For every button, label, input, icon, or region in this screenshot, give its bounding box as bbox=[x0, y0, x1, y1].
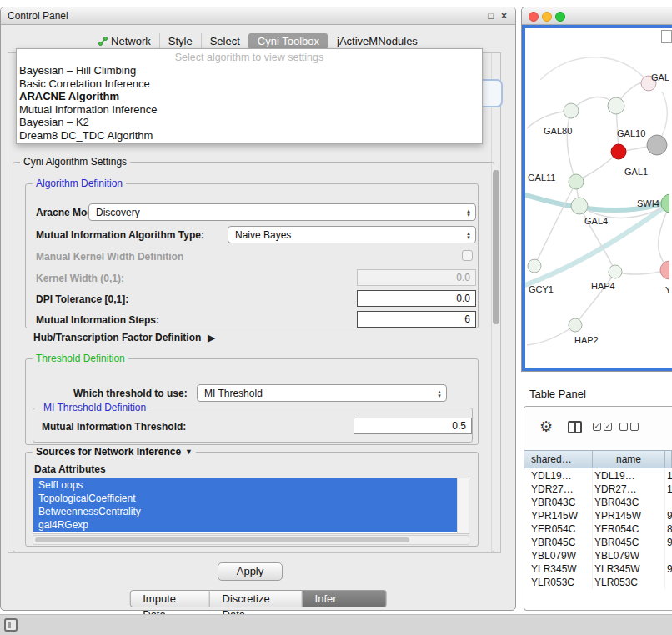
table-row[interactable]: YBL079WYBL079W bbox=[524, 549, 672, 562]
data-attributes-label: Data Attributes bbox=[34, 463, 106, 475]
dpi-tolerance-field[interactable]: 0.0 bbox=[357, 290, 476, 307]
minimize-traffic-button[interactable] bbox=[542, 12, 552, 22]
group-title: Threshold Definition bbox=[33, 352, 128, 364]
network-node[interactable] bbox=[647, 135, 667, 155]
table-cell: YDR27… bbox=[593, 482, 665, 496]
table-cell: 9. bbox=[665, 509, 672, 522]
which-threshold-select[interactable]: MI Threshold ▴▾ bbox=[197, 384, 447, 402]
network-node[interactable] bbox=[611, 144, 626, 159]
network-edge[interactable] bbox=[534, 182, 576, 266]
table-row[interactable]: YLR053CYLR053C bbox=[524, 576, 672, 589]
network-edge[interactable] bbox=[527, 325, 575, 345]
data-attributes-list[interactable]: SelfLoops TopologicalCoefficient Between… bbox=[33, 478, 469, 534]
list-scrollbar[interactable] bbox=[457, 478, 469, 533]
list-item-topologicalcoefficient[interactable]: TopologicalCoefficient bbox=[33, 492, 457, 505]
sources-toggle[interactable]: Sources for Network Inference ▼ bbox=[33, 446, 196, 458]
table-row[interactable]: YPR145WYPR145W9. bbox=[524, 509, 672, 522]
list-item-gal4rgexp[interactable]: gal4RGexp bbox=[33, 518, 457, 532]
hub-definition-toggle[interactable]: Hub/Transcription Factor Definition ▶ bbox=[33, 332, 215, 343]
list-item-betweennesscentrality[interactable]: BetweennessCentrality bbox=[33, 505, 457, 518]
network-node[interactable] bbox=[569, 174, 584, 189]
network-edge[interactable] bbox=[659, 203, 669, 270]
network-node[interactable] bbox=[660, 261, 669, 279]
network-window: GAL80GAL10GALGAL1GAL11SWI4GAL4GCY1HAP4HA… bbox=[521, 7, 672, 372]
scrollbar-thumb[interactable] bbox=[35, 538, 409, 542]
network-edge[interactable] bbox=[540, 58, 649, 83]
hub-definition-label: Hub/Transcription Factor Definition bbox=[33, 332, 201, 343]
tab-network[interactable]: Network bbox=[90, 33, 159, 49]
menu-item-basic-correlation[interactable]: Basic Correlation Inference bbox=[17, 78, 482, 91]
control-panel-window: Control Panel □ × Network Style Select C… bbox=[0, 7, 516, 611]
table-row[interactable]: YDR27…YDR27…12 bbox=[524, 482, 672, 496]
menu-item-mutual-information[interactable]: Mutual Information Inference bbox=[17, 103, 482, 117]
cyni-algorithm-settings-group: Cyni Algorithm Settings Algorithm Defini… bbox=[13, 162, 494, 552]
network-node[interactable] bbox=[571, 198, 588, 214]
table-row[interactable]: YLR345WYLR345W9. bbox=[524, 562, 672, 576]
network-node-label: GAL4 bbox=[584, 216, 608, 226]
select-all-icon[interactable]: ✓ ✓ bbox=[593, 422, 612, 431]
tab-impute-data[interactable]: Impute Data bbox=[129, 590, 209, 608]
panel-toggle-icon[interactable] bbox=[4, 618, 18, 632]
network-node[interactable] bbox=[608, 98, 624, 114]
network-node-label: HAP2 bbox=[574, 335, 599, 345]
network-edge[interactable] bbox=[567, 111, 576, 182]
table-row[interactable]: YBR043CYBR043C bbox=[524, 496, 672, 509]
table-cell bbox=[665, 549, 672, 562]
group-title: Algorithm Definition bbox=[33, 178, 126, 189]
network-node[interactable] bbox=[569, 318, 582, 332]
window-title: Control Panel bbox=[8, 8, 68, 25]
column-header-shared-name[interactable]: shared… bbox=[524, 451, 593, 468]
network-edge[interactable] bbox=[575, 272, 615, 325]
list-item-selfloops[interactable]: SelfLoops bbox=[33, 478, 457, 492]
expand-arrow-icon[interactable]: ▶ bbox=[208, 332, 214, 343]
aracne-mode-select[interactable]: Discovery ▴▾ bbox=[88, 203, 476, 221]
tab-select[interactable]: Select bbox=[201, 33, 248, 49]
zoom-traffic-button[interactable] bbox=[555, 12, 565, 22]
algorithm-dropdown-menu: Select algorithm to view settings Bayesi… bbox=[16, 48, 483, 144]
network-viewport[interactable]: GAL80GAL10GALGAL1GAL11SWI4GAL4GCY1HAP4HA… bbox=[522, 25, 672, 371]
kernel-width-label: Kernel Width (0,1): bbox=[36, 272, 124, 284]
combo-stepper-icon: ▴▾ bbox=[464, 231, 475, 239]
table-row[interactable]: YER054CYER054C8. bbox=[524, 522, 672, 536]
network-node-label: GCY1 bbox=[529, 284, 554, 294]
network-titlebar[interactable] bbox=[522, 8, 672, 25]
network-node[interactable] bbox=[609, 265, 622, 278]
kernel-width-field[interactable]: 0.0 bbox=[357, 269, 476, 286]
apply-button[interactable]: Apply bbox=[218, 562, 283, 581]
menu-item-dream8[interactable]: Dream8 DC_TDC Algorithm bbox=[17, 129, 482, 142]
tab-style[interactable]: Style bbox=[159, 33, 201, 49]
close-window-icon[interactable]: × bbox=[501, 8, 507, 25]
collapse-arrow-icon[interactable]: ▼ bbox=[185, 448, 193, 456]
manual-kernel-checkbox[interactable] bbox=[462, 250, 473, 261]
list-horizontal-scrollbar[interactable] bbox=[33, 535, 469, 545]
close-traffic-button[interactable] bbox=[529, 12, 539, 22]
network-canvas[interactable]: GAL80GAL10GALGAL1GAL11SWI4GAL4GCY1HAP4HA… bbox=[525, 28, 669, 370]
tab-jactivemnodules[interactable]: jActiveMNodules bbox=[328, 33, 426, 49]
tab-infer-network[interactable]: Infer Network bbox=[303, 590, 387, 608]
dropdown-placeholder: Select algorithm to view settings bbox=[17, 51, 482, 64]
column-header-name[interactable]: name bbox=[593, 451, 665, 468]
table-row[interactable]: YDL19…YDL19…13 bbox=[524, 469, 672, 482]
menu-item-bayesian-hill-climbing[interactable]: Bayesian – Hill Climbing bbox=[17, 64, 482, 78]
mi-threshold-field[interactable]: 0.5 bbox=[354, 418, 472, 434]
gear-icon[interactable]: ⚙ bbox=[539, 418, 553, 436]
table-cell: YER054C bbox=[593, 522, 665, 536]
menu-item-bayesian-k2[interactable]: Bayesian – K2 bbox=[17, 116, 482, 129]
table-row[interactable]: YBR045CYBR045C9. bbox=[524, 536, 672, 549]
tab-cyni-toolbox[interactable]: Cyni Toolbox bbox=[248, 33, 328, 49]
float-window-icon[interactable]: □ bbox=[488, 8, 494, 25]
column-header-extra[interactable] bbox=[665, 451, 672, 468]
menu-item-aracne[interactable]: ARACNE Algorithm bbox=[17, 90, 482, 103]
algorithm-definition-group: Algorithm Definition Aracne Mode: Discov… bbox=[25, 183, 479, 328]
mi-steps-field[interactable]: 6 bbox=[357, 311, 476, 328]
tab-discretize-data[interactable]: Discretize Data bbox=[210, 590, 303, 608]
table-cell: YDR27… bbox=[524, 482, 593, 496]
bottom-status-bar bbox=[0, 614, 672, 635]
columns-icon[interactable] bbox=[568, 421, 582, 433]
control-panel-titlebar[interactable]: Control Panel □ × bbox=[1, 8, 515, 25]
deselect-all-icon[interactable] bbox=[619, 422, 639, 431]
which-threshold-label: Which threshold to use: bbox=[73, 388, 188, 399]
mi-algorithm-type-select[interactable]: Naive Bayes ▴▾ bbox=[228, 226, 476, 243]
network-node[interactable] bbox=[564, 103, 579, 118]
network-node[interactable] bbox=[528, 259, 541, 272]
